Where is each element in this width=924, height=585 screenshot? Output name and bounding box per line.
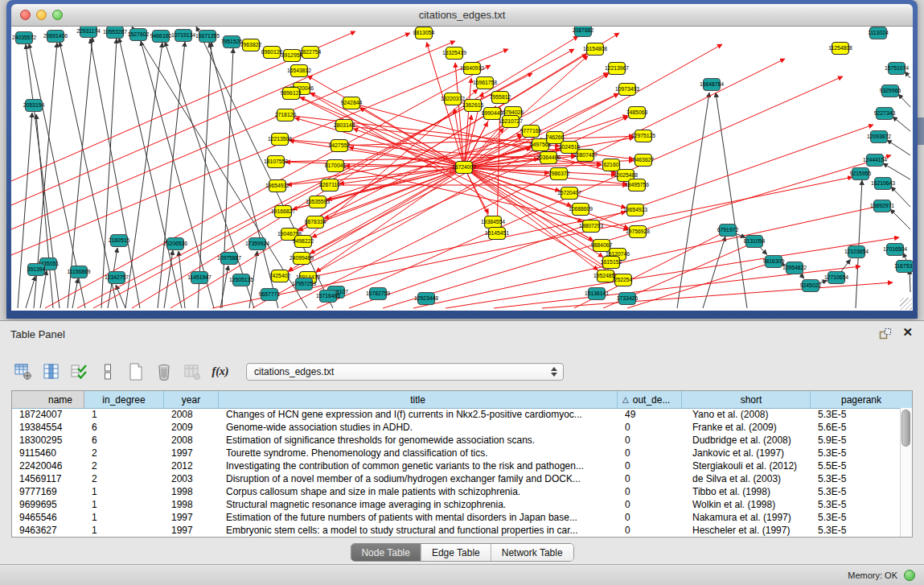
table-row[interactable]: 977716911998Corpus callosum shape and si… [12,485,900,498]
graph-node[interactable]: 19166827 [271,206,295,218]
cell-title[interactable]: Estimation of significance thresholds fo… [219,435,618,446]
graph-node[interactable]: 11254808 [828,43,852,55]
graph-node[interactable]: 11451947 [187,272,211,284]
cell-title[interactable]: Disruption of a novel member of a sodium… [219,473,618,484]
cell-name[interactable]: 19384554 [12,422,84,433]
table-row[interactable]: 946554611997Estimation of the future num… [12,511,900,524]
graph-node[interactable]: 9463627 [633,154,655,167]
column-header-out-degree[interactable]: △ out_de... [618,391,682,408]
select-rows-button[interactable] [69,361,90,382]
memory-ok-indicator[interactable] [904,570,915,581]
tab-node-table[interactable]: Node Table [351,544,421,561]
graph-node[interactable]: 391394 [27,264,46,276]
graph-node[interactable]: 19654932 [265,180,290,192]
graph-node[interactable]: 17957253 [292,278,316,290]
column-header-pagerank[interactable]: pagerank [811,391,912,408]
cell-short[interactable]: Stergiakouli et al. (2012) [682,460,811,472]
cell-out_degree[interactable]: 0 [618,460,682,472]
cell-short[interactable]: Wolkin et al. (1998) [682,499,811,510]
graph-node[interactable]: 8131054 [744,236,766,248]
cell-title[interactable]: Genome-wide association studies in ADHD. [219,422,618,433]
graph-node[interactable]: 17016504 [883,244,907,256]
graph-node[interactable]: 8427552 [329,140,351,152]
graph-node[interactable]: 15136141 [585,288,609,300]
graph-node[interactable]: 9242844 [341,97,363,109]
cell-pagerank[interactable]: 5.3E-5 [811,486,900,497]
new-table-button[interactable] [125,361,146,382]
graph-node[interactable]: 12975125 [631,130,655,142]
graph-node[interactable]: 17359924 [245,238,269,250]
table-row[interactable]: 1456911722003Disruption of a novel membe… [12,472,900,485]
graph-node[interactable]: 10973493 [615,84,639,96]
graph-node[interactable]: 16543812 [287,65,311,77]
cell-title[interactable]: Changes of HCN gene expression and I(f) … [219,409,618,420]
cell-out_degree[interactable]: 0 [618,473,682,484]
graph-node[interactable]: 10553287 [103,27,127,39]
graph-node[interactable]: 12444154 [863,154,887,167]
cell-out_degree[interactable]: 0 [618,422,682,433]
graph-node[interactable]: 12710654 [824,272,848,284]
cell-in_degree[interactable]: 1 [84,486,164,497]
graph-node[interactable]: 15692971 [870,200,894,212]
scrollbar-thumb[interactable] [901,410,910,447]
cell-pagerank[interactable]: 5.3E-5 [811,447,900,459]
graph-node[interactable]: 8813054 [413,27,435,39]
cell-pagerank[interactable]: 5.3E-5 [811,499,900,510]
graph-node[interactable]: 19384554 [481,216,505,229]
cell-name[interactable]: 9463627 [12,525,84,536]
graph-node[interactable]: 7425402 [269,270,291,282]
graph-node[interactable]: 6791972 [717,225,739,237]
cell-short[interactable]: Jankovic et al. (1997) [682,447,811,459]
table-row[interactable]: 911546021997Tourette syndrome. Phenomeno… [12,447,900,459]
cell-in_degree[interactable]: 6 [84,422,164,433]
graph-node[interactable]: 16210643 [871,178,895,190]
column-header-title[interactable]: title [219,391,618,408]
graph-node[interactable]: 10807487 [573,150,598,162]
graph-node[interactable]: 8878334 [305,216,326,229]
graph-node[interactable]: 9215955 [850,168,872,180]
graph-node[interactable]: 9498222 [293,236,314,248]
cell-short[interactable]: Hescheler et al. (1997) [682,525,811,536]
cell-title[interactable]: Estimation of the future numbers of pati… [219,512,618,523]
graph-node[interactable]: 13325419 [442,47,466,60]
graph-node[interactable]: 12342757 [105,272,129,284]
graph-node[interactable]: 20206536 [163,238,187,250]
function-builder-button[interactable]: f(x) [210,361,231,382]
graph-node[interactable]: 19756928 [626,226,650,238]
graph-node[interactable]: 15716485 [316,290,340,303]
cell-title[interactable]: Corpus callosum shape and size in male p… [219,486,618,497]
graph-node[interactable]: 12923448 [414,293,438,305]
table-selector-dropdown[interactable]: citations_edges.txt [246,363,564,381]
graph-node[interactable]: 15145451 [485,228,509,240]
delete-table-button[interactable] [154,361,175,382]
graph-node[interactable]: 252254 [614,274,633,286]
cell-year[interactable]: 1998 [164,486,219,497]
cell-year[interactable]: 1998 [164,499,219,510]
network-window-titlebar[interactable]: citations_edges.txt [11,4,913,27]
cell-year[interactable]: 1997 [164,525,219,536]
cell-out_degree[interactable]: 0 [618,486,682,497]
cell-pagerank[interactable]: 5.3E-5 [811,473,900,484]
graph-node[interactable]: 20364486 [536,152,561,164]
table-row[interactable]: 969969511998Structural magnetic resonanc… [12,498,900,511]
cell-out_degree[interactable]: 0 [618,435,682,446]
graph-node[interactable]: 19654923 [623,204,647,216]
cell-out_degree[interactable]: 49 [618,409,682,420]
graph-node[interactable]: 16671355 [195,31,220,43]
cell-pagerank[interactable]: 5.9E-5 [811,435,900,446]
cell-year[interactable]: 1997 [164,447,219,459]
table-vertical-scrollbar[interactable] [900,408,912,537]
table-settings-button[interactable] [13,361,34,382]
graph-node[interactable]: 9245022 [800,280,822,292]
cell-year[interactable]: 1997 [164,512,219,523]
cell-pagerank[interactable]: 5.5E-5 [811,460,900,472]
graph-node[interactable]: 8170041 [325,160,347,172]
graph-node[interactable]: 2718126 [275,109,297,122]
cell-name[interactable]: 22420046 [12,460,84,472]
cell-in_degree[interactable]: 2 [84,473,164,484]
graph-node[interactable]: 12213967 [605,63,629,75]
graph-node[interactable]: 9777169 [520,126,542,138]
cell-short[interactable]: de Silva et al. (2003) [682,473,811,484]
graph-node[interactable]: 12213506 [268,134,292,146]
graph-node[interactable]: 13535593 [306,196,330,208]
